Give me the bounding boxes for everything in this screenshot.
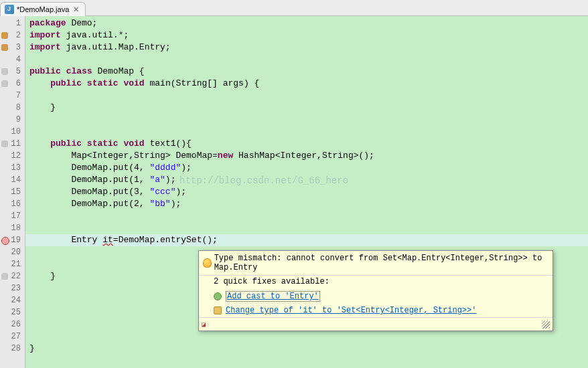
code-line[interactable] <box>25 331 588 343</box>
code-line[interactable] <box>25 54 588 66</box>
gutter-line[interactable]: 16 <box>0 198 25 210</box>
close-icon[interactable]: ✕ <box>72 5 80 14</box>
code-line[interactable]: Entry it=DemoMap.entrySet(); <box>25 234 588 246</box>
gutter-line[interactable]: 24 <box>0 294 25 306</box>
code-line[interactable]: public static void main(String[] args) { <box>25 78 588 90</box>
gutter-line[interactable]: 5 <box>0 66 25 78</box>
gutter-line[interactable]: 10 <box>0 126 25 138</box>
gutter-line[interactable]: 15 <box>0 186 25 198</box>
code-line[interactable]: } <box>25 102 588 114</box>
quickfix-tooltip: Type mismatch: cannot convert from Set<M… <box>198 250 553 331</box>
gutter-line[interactable]: 19 <box>0 234 25 246</box>
code-line[interactable]: import java.util.Map.Entry; <box>25 41 588 54</box>
gutter-line[interactable]: 21 <box>0 258 25 270</box>
gutter-line[interactable]: 9 <box>0 114 25 126</box>
code-line[interactable]: DemoMap.put(1, "a"); <box>25 174 588 186</box>
tooltip-subheader: 2 quick fixes available: <box>199 276 553 289</box>
gutter-line[interactable]: 3 <box>0 41 25 54</box>
gutter-line[interactable]: 28 <box>0 343 25 355</box>
tooltip-message: Type mismatch: cannot convert from Set<M… <box>214 254 548 272</box>
code-line[interactable]: DemoMap.put(2, "bb"); <box>25 198 588 210</box>
code-line[interactable]: DemoMap.put(3, "ccc"); <box>25 186 588 198</box>
code-line[interactable] <box>25 90 588 102</box>
code-line[interactable]: import java.util.*; <box>25 29 588 41</box>
gutter-line[interactable]: 8 <box>0 102 25 114</box>
gutter-line[interactable]: 6 <box>0 78 25 90</box>
gutter-line[interactable]: 11 <box>0 138 25 150</box>
gutter-line[interactable]: 20 <box>0 246 25 258</box>
code-line[interactable]: package Demo; <box>25 17 588 29</box>
gutter-line[interactable]: 1 <box>0 17 25 29</box>
java-file-icon <box>5 5 14 14</box>
gutter-line[interactable]: 23 <box>0 282 25 294</box>
quickfix-change-type[interactable]: Change type of 'it' to 'Set<Entry<Intege… <box>199 304 553 317</box>
line-gutter[interactable]: 1234567891011121314151617181920212223242… <box>0 16 25 368</box>
change-type-icon <box>214 306 222 314</box>
resize-grabber-icon[interactable] <box>542 320 550 329</box>
tab-bar: *DemoMap.java ✕ <box>0 0 588 16</box>
cast-fix-icon <box>214 292 222 300</box>
code-line[interactable]: } <box>25 343 588 355</box>
gutter-line[interactable]: 2 <box>0 29 25 41</box>
lightbulb-icon <box>203 258 212 268</box>
code-line[interactable]: public class DemoMap { <box>25 66 588 78</box>
quickfix-link-change[interactable]: Change type of 'it' to 'Set<Entry<Intege… <box>226 306 476 315</box>
gutter-line[interactable]: 17 <box>0 210 25 222</box>
tooltip-footer: ◪ <box>199 317 553 331</box>
code-line[interactable]: public static void text1(){ <box>25 138 588 150</box>
gutter-line[interactable]: 13 <box>0 162 25 174</box>
code-line[interactable] <box>25 126 588 138</box>
tab-title: *DemoMap.java <box>17 5 69 13</box>
quickfix-add-cast[interactable]: Add cast to 'Entry' <box>199 289 553 304</box>
code-line[interactable]: Map<Integer,String> DemoMap=new HashMap<… <box>25 150 588 162</box>
gutter-line[interactable]: 27 <box>0 331 25 343</box>
tooltip-header: Type mismatch: cannot convert from Set<M… <box>199 251 553 276</box>
gutter-line[interactable]: 12 <box>0 150 25 162</box>
error-indicator-icon: ◪ <box>202 320 206 329</box>
gutter-line[interactable]: 25 <box>0 306 25 318</box>
code-line[interactable]: DemoMap.put(4, "dddd"); <box>25 162 588 174</box>
code-line[interactable] <box>25 114 588 126</box>
code-line[interactable] <box>25 222 588 234</box>
code-line[interactable] <box>25 210 588 222</box>
code-area[interactable]: package Demo;import java.util.*;import j… <box>25 16 588 368</box>
quickfix-link-cast[interactable]: Add cast to 'Entry' <box>226 291 320 302</box>
gutter-line[interactable]: 18 <box>0 222 25 234</box>
gutter-line[interactable]: 14 <box>0 174 25 186</box>
gutter-line[interactable]: 7 <box>0 90 25 102</box>
gutter-line[interactable]: 26 <box>0 318 25 331</box>
gutter-line[interactable]: 22 <box>0 270 25 282</box>
gutter-line[interactable]: 4 <box>0 54 25 66</box>
editor-tab[interactable]: *DemoMap.java ✕ <box>0 2 86 16</box>
code-editor: 1234567891011121314151617181920212223242… <box>0 16 588 368</box>
